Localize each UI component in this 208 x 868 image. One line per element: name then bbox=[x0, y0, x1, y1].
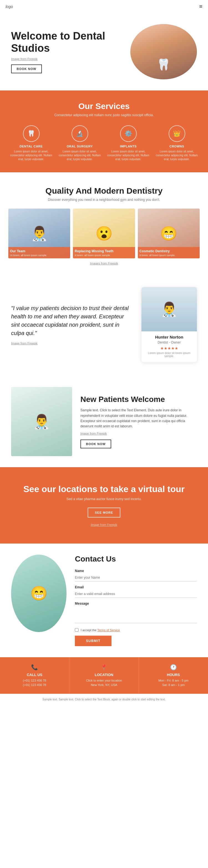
quality-grid: 👨‍⚕️ Our Team Ut lorem. all lorem ipsum … bbox=[8, 209, 200, 258]
services-subtitle: Consectetur adipiscing elit nullam nunc … bbox=[8, 113, 200, 117]
new-patients-text: Sample text. Click to select the Text El… bbox=[80, 408, 197, 429]
new-patients-book-button[interactable]: BOOK NOW bbox=[80, 439, 111, 448]
services-grid: 🦷 DENTAL CARE Lorem ipsum dolor sit amet… bbox=[8, 125, 200, 161]
quality-card-cosmetic: 😁 Cosmetic Dentistry It lorem. all lorem… bbox=[138, 209, 200, 258]
doctor-name: Hunter Norton bbox=[144, 335, 195, 339]
location-icon: 📍 bbox=[75, 664, 133, 671]
virtual-tour-title: See our locations to take a virtual tour bbox=[11, 484, 197, 494]
location-line1: Click to enter your location bbox=[75, 679, 133, 683]
dental-care-desc: Lorem ipsum dolor sit amet, consectetur … bbox=[8, 150, 54, 161]
new-patients-content: New Patients Welcome Sample text. Click … bbox=[80, 395, 197, 448]
crowns-label: CROWNS bbox=[154, 145, 200, 148]
quality-title: Quality And Modern Dentistry bbox=[8, 186, 200, 195]
location-title: LOCATION bbox=[75, 673, 133, 677]
doctor-photo: 👨‍⚕️ bbox=[141, 287, 197, 331]
services-title: Our Services bbox=[8, 101, 200, 111]
hero-dental-photo bbox=[130, 24, 197, 80]
hero-image bbox=[130, 24, 197, 80]
cosmetic-title: Cosmetic Dentistry bbox=[139, 249, 198, 253]
testimonial-quote: "I value my patients decision to trust t… bbox=[11, 304, 133, 337]
footer-hours: 🕐 HOURS Mon - Fri: 8 am - 5 pm Sat: 8 am… bbox=[139, 657, 208, 694]
contact-title: Contact Us bbox=[75, 555, 197, 563]
hero-image-credit: Image from Freepik bbox=[11, 57, 125, 61]
our-team-label: Our Team Ut lorem. all lorem ipsum sampl… bbox=[8, 247, 70, 258]
footer-bottom: Sample text. Sample text. Click to selec… bbox=[0, 694, 208, 705]
doctor-card: 👨‍⚕️ Hunter Norton Dentist - Owner ★★★★★… bbox=[141, 287, 197, 362]
call-us-line2: (+01) 123 456 78 bbox=[5, 683, 63, 687]
replacing-teeth-desc: It lorem. all lorem ipsum sample. bbox=[75, 254, 133, 257]
contact-image: 😁 bbox=[11, 555, 67, 632]
quality-card-our-team: 👨‍⚕️ Our Team Ut lorem. all lorem ipsum … bbox=[8, 209, 70, 258]
virtual-tour-credit: Image from Freepik bbox=[91, 523, 117, 526]
footer-call-us: 📞 CALL US (+01) 123 456 78 (+01) 123 456… bbox=[0, 657, 69, 694]
submit-button[interactable]: SUBMIT bbox=[75, 636, 111, 646]
contact-section: 😁 Contact Us Name Email Message I accept… bbox=[0, 544, 208, 657]
hours-line2: Sat: 8 am - 1 pm bbox=[145, 683, 203, 687]
phone-icon: 📞 bbox=[5, 664, 63, 671]
location-line2: New York, NY, USA bbox=[75, 683, 133, 687]
service-item-crowns: 👑 CROWNS Lorem ipsum dolor sit amet, con… bbox=[154, 125, 200, 161]
crowns-icon: 👑 bbox=[168, 125, 185, 142]
footer-bottom-text: Sample text. Sample text. Click to selec… bbox=[43, 698, 165, 701]
oral-surgery-label: ORAL SURGERY bbox=[57, 145, 103, 148]
terms-checkbox[interactable] bbox=[75, 628, 78, 632]
message-field-group: Message bbox=[75, 601, 197, 624]
doctor-role: Dentist - Owner bbox=[141, 341, 197, 344]
message-textarea[interactable] bbox=[75, 607, 197, 623]
checkbox-label: I accept the Terms of Service bbox=[81, 628, 120, 632]
our-team-title: Our Team bbox=[10, 249, 69, 253]
new-patients-credit: Image from Freepik bbox=[80, 432, 197, 435]
terms-link[interactable]: Terms of Service bbox=[97, 628, 120, 632]
oral-surgery-icon: 🔬 bbox=[72, 125, 88, 142]
doctor-review-text: Lorem ipsum dolor sit lorem ipsum sample… bbox=[141, 351, 197, 358]
name-field-group: Name bbox=[75, 569, 197, 582]
oral-surgery-desc: Lorem ipsum dolor sit amet, consectetur … bbox=[57, 150, 103, 161]
message-label: Message bbox=[75, 601, 197, 606]
doctor-stars: ★★★★★ bbox=[141, 346, 197, 350]
service-item-oral-surgery: 🔬 ORAL SURGERY Lorem ipsum dolor sit ame… bbox=[57, 125, 103, 161]
cosmetic-label: Cosmetic Dentistry It lorem. all lorem i… bbox=[138, 247, 200, 258]
dental-care-label: DENTAL CARE bbox=[8, 145, 54, 148]
implants-label: IMPLANTS bbox=[105, 145, 151, 148]
call-us-line1: (+01) 123 456 78 bbox=[5, 679, 63, 683]
service-item-dental-care: 🦷 DENTAL CARE Lorem ipsum dolor sit amet… bbox=[8, 125, 54, 161]
hours-title: HOURS bbox=[145, 673, 203, 677]
services-section: Our Services Consectetur adipiscing elit… bbox=[0, 90, 208, 172]
our-team-desc: Ut lorem. all lorem ipsum sample. bbox=[10, 254, 69, 257]
testimonial-section: "I value my patients decision to trust t… bbox=[0, 273, 208, 376]
virtual-tour-section: See our locations to take a virtual tour… bbox=[0, 467, 208, 544]
replacing-teeth-title: Replacing Missing Teeth bbox=[75, 249, 133, 253]
email-label: Email bbox=[75, 585, 197, 589]
dental-care-icon: 🦷 bbox=[23, 125, 40, 142]
new-patients-section: 👨‍⚕️ New Patients Welcome Sample text. C… bbox=[0, 376, 208, 467]
name-input[interactable] bbox=[75, 574, 197, 582]
call-us-title: CALL US bbox=[5, 673, 63, 677]
hamburger-icon[interactable]: ≡ bbox=[199, 3, 203, 10]
quality-image-credit: Images from Freepik bbox=[8, 262, 200, 265]
contact-form: Contact Us Name Email Message I accept t… bbox=[75, 555, 197, 646]
new-patients-title: New Patients Welcome bbox=[80, 395, 197, 404]
testimonial-image-credit: Image from Freepik bbox=[11, 342, 37, 345]
email-input[interactable] bbox=[75, 590, 197, 598]
name-label: Name bbox=[75, 569, 197, 573]
hero-section: Welcome to Dental Studios Image from Fre… bbox=[0, 13, 208, 90]
testimonial-text-block: "I value my patients decision to trust t… bbox=[11, 304, 133, 345]
implants-desc: Lorem ipsum dolor sit amet, consectetur … bbox=[105, 150, 151, 161]
implants-icon: ⚙️ bbox=[120, 125, 137, 142]
virtual-tour-subtitle: Sed a vitae pharma auctor fusce irumy se… bbox=[11, 497, 197, 501]
header: logo ≡ bbox=[0, 0, 208, 13]
footer-info: 📞 CALL US (+01) 123 456 78 (+01) 123 456… bbox=[0, 657, 208, 694]
quality-card-missing-teeth: 😮 Replacing Missing Teeth It lorem. all … bbox=[73, 209, 135, 258]
hero-title: Welcome to Dental Studios bbox=[11, 30, 125, 54]
email-field-group: Email bbox=[75, 585, 197, 598]
see-more-button[interactable]: SEE MORE bbox=[88, 507, 120, 518]
service-item-implants: ⚙️ IMPLANTS Lorem ipsum dolor sit amet, … bbox=[105, 125, 151, 161]
quality-subtitle: Discover everything you need in a neighb… bbox=[8, 198, 200, 202]
checkbox-row: I accept the Terms of Service bbox=[75, 628, 197, 632]
clock-icon: 🕐 bbox=[145, 664, 203, 671]
hero-text: Welcome to Dental Studios Image from Fre… bbox=[11, 30, 130, 73]
hero-book-button[interactable]: BOOK NOW bbox=[11, 64, 42, 73]
replacing-teeth-label: Replacing Missing Teeth It lorem. all lo… bbox=[73, 247, 135, 258]
logo: logo bbox=[5, 4, 13, 9]
quality-section: Quality And Modern Dentistry Discover ev… bbox=[0, 172, 208, 273]
